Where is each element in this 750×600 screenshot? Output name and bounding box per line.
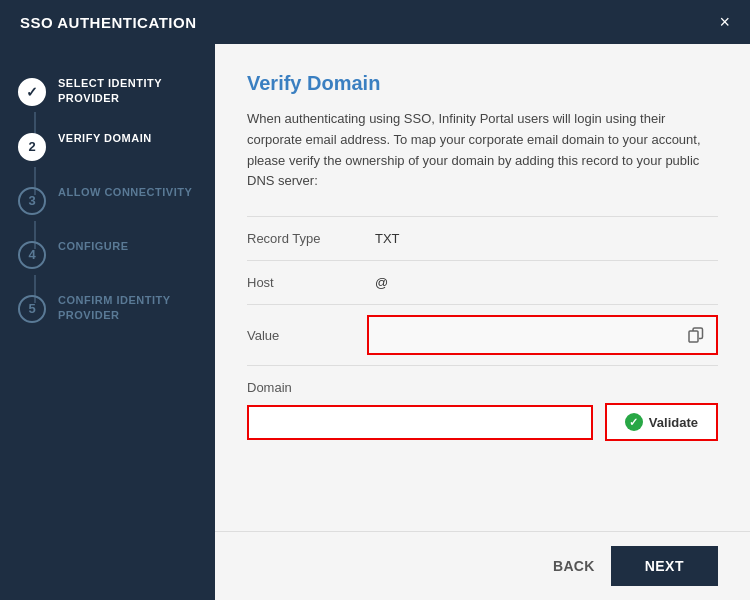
record-type-label: Record Type <box>247 217 367 261</box>
sidebar-item-select-identity-provider[interactable]: ✓ SELECT IDENTITY PROVIDER <box>0 64 215 119</box>
domain-input[interactable] <box>247 405 593 440</box>
step-circle-3: 3 <box>18 187 46 215</box>
sso-modal: SSO AUTHENTICATION × ✓ SELECT IDENTITY P… <box>0 0 750 600</box>
validate-check-icon: ✓ <box>625 413 643 431</box>
validate-button[interactable]: ✓ Validate <box>605 403 718 441</box>
sidebar: ✓ SELECT IDENTITY PROVIDER 2 VERIFY DOMA… <box>0 44 215 600</box>
step-label-2: VERIFY DOMAIN <box>58 131 152 146</box>
step-number-5: 5 <box>28 301 35 316</box>
step-label-5: CONFIRM IDENTITY PROVIDER <box>58 293 197 324</box>
value-row: Value <box>247 305 718 366</box>
content-description: When authenticating using SSO, Infinity … <box>247 109 718 192</box>
domain-section: Domain ✓ Validate <box>247 380 718 441</box>
modal-body: ✓ SELECT IDENTITY PROVIDER 2 VERIFY DOMA… <box>0 44 750 600</box>
next-button[interactable]: NEXT <box>611 546 718 586</box>
domain-label: Domain <box>247 380 718 395</box>
step-number-4: 4 <box>28 247 35 262</box>
record-type-row: Record Type TXT <box>247 217 718 261</box>
step-circle-1: ✓ <box>18 78 46 106</box>
sidebar-item-confirm-identity-provider[interactable]: 5 CONFIRM IDENTITY PROVIDER <box>0 281 215 336</box>
value-input-cell <box>367 305 718 366</box>
modal-header: SSO AUTHENTICATION × <box>0 0 750 44</box>
host-label: Host <box>247 261 367 305</box>
svg-rect-0 <box>689 331 698 342</box>
value-label: Value <box>247 305 367 366</box>
main-content: Verify Domain When authenticating using … <box>215 44 750 600</box>
step-circle-5: 5 <box>18 295 46 323</box>
sidebar-item-verify-domain[interactable]: 2 VERIFY DOMAIN <box>0 119 215 173</box>
close-button[interactable]: × <box>719 13 730 31</box>
content-area: Verify Domain When authenticating using … <box>215 44 750 531</box>
step-number-3: 3 <box>28 193 35 208</box>
domain-row: ✓ Validate <box>247 403 718 441</box>
modal-footer: BACK NEXT <box>215 531 750 600</box>
value-input[interactable] <box>375 321 682 349</box>
modal-title: SSO AUTHENTICATION <box>20 14 197 31</box>
validate-label: Validate <box>649 415 698 430</box>
step-number-2: 2 <box>28 139 35 154</box>
page-title: Verify Domain <box>247 72 718 95</box>
dns-form-table: Record Type TXT Host @ Value <box>247 216 718 366</box>
step-circle-4: 4 <box>18 241 46 269</box>
step-circle-2: 2 <box>18 133 46 161</box>
sidebar-item-configure[interactable]: 4 CONFIGURE <box>0 227 215 281</box>
record-type-value: TXT <box>367 217 718 261</box>
value-input-wrapper <box>367 315 718 355</box>
step-label-3: ALLOW CONNECTIVITY <box>58 185 192 200</box>
back-button[interactable]: BACK <box>553 558 595 574</box>
checkmark-icon: ✓ <box>26 84 38 100</box>
host-row: Host @ <box>247 261 718 305</box>
copy-icon[interactable] <box>682 321 710 349</box>
step-label-4: CONFIGURE <box>58 239 129 254</box>
sidebar-item-allow-connectivity[interactable]: 3 ALLOW CONNECTIVITY <box>0 173 215 227</box>
host-value: @ <box>367 261 718 305</box>
step-label-1: SELECT IDENTITY PROVIDER <box>58 76 197 107</box>
